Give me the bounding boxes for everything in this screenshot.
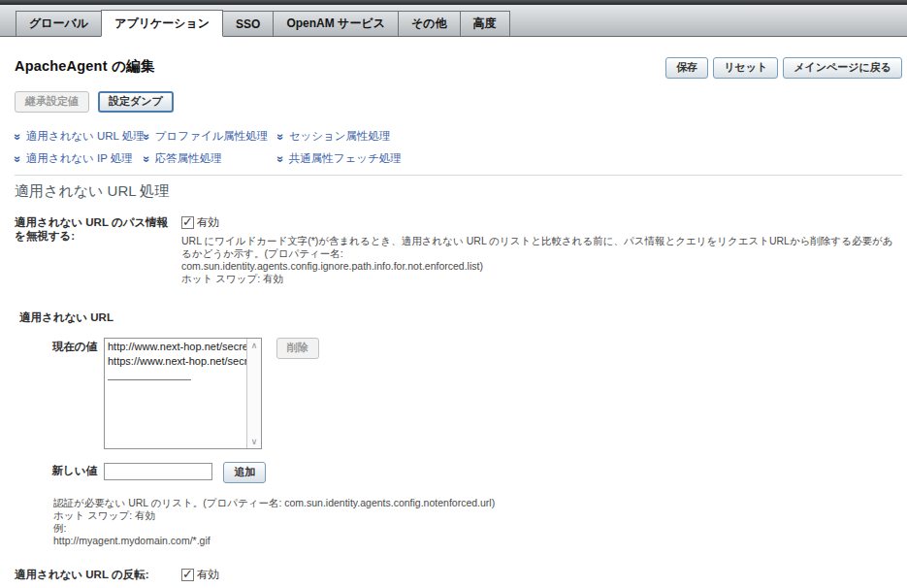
jump-link-label: 適用されない URL 処理 bbox=[26, 129, 145, 144]
field-invert-not-enforced-url: 適用されない URL の反転: 有効 適用されないリストの URL のみが適用さ… bbox=[15, 568, 902, 588]
scroll-up-arrow-icon[interactable]: ∧ bbox=[251, 339, 258, 352]
listbox-item[interactable]: https://www.next-hop.net/secret/ bbox=[108, 354, 246, 369]
jump-link-profile-attributes[interactable]: »プロファイル属性処理 bbox=[144, 129, 277, 144]
new-value-label: 新しい値 bbox=[15, 462, 97, 483]
toolbar: 継承設定値 設定ダンプ bbox=[15, 91, 902, 113]
double-down-chevron-icon: » bbox=[275, 133, 285, 140]
double-down-chevron-icon: » bbox=[142, 133, 151, 140]
tab-miscellaneous[interactable]: その他 bbox=[398, 11, 461, 36]
tab-application[interactable]: アプリケーション bbox=[101, 10, 223, 37]
double-down-chevron-icon: » bbox=[142, 155, 151, 162]
jump-link-not-enforced-url[interactable]: »適用されない URL 処理 bbox=[15, 129, 144, 144]
inherit-value-settings-button: 継承設定値 bbox=[15, 91, 89, 113]
field-description: URL にワイルドカード文字(*)が含まれるとき、適用されない URL のリスト… bbox=[181, 235, 902, 285]
jump-link-response-attributes[interactable]: »応答属性処理 bbox=[144, 151, 277, 166]
jump-link-label: 応答属性処理 bbox=[155, 151, 222, 166]
listbox-item[interactable]: http://www.next-hop.net/secret/ bbox=[108, 340, 246, 354]
checkbox-label: 有効 bbox=[197, 568, 219, 582]
configuration-dump-button[interactable]: 設定ダンプ bbox=[98, 91, 174, 113]
section-jump-links: »適用されない URL 処理 »プロファイル属性処理 »セッション属性処理 »適… bbox=[15, 129, 480, 166]
jump-link-label: 共通属性フェッチ処理 bbox=[289, 151, 402, 166]
section-divider bbox=[15, 175, 902, 176]
jump-link-label: セッション属性処理 bbox=[289, 129, 391, 144]
field-label: 適用されない URL のパス情報を無視する: bbox=[15, 215, 181, 285]
tab-openam-services[interactable]: OpenAM サービス bbox=[273, 11, 399, 36]
save-button[interactable]: 保存 bbox=[665, 57, 708, 79]
jump-link-label: 適用されない IP 処理 bbox=[26, 151, 133, 166]
new-value-input[interactable] bbox=[104, 463, 212, 480]
tab-sso[interactable]: SSO bbox=[222, 11, 274, 36]
not-enforced-url-listbox[interactable]: http://www.next-hop.net/secret/ https://… bbox=[104, 338, 262, 449]
tab-bar: グローバル アプリケーション SSO OpenAM サービス その他 高度 bbox=[0, 5, 907, 37]
field-ignore-path-info: 適用されない URL のパス情報を無視する: 有効 URL にワイルドカード文字… bbox=[15, 215, 902, 285]
listbox-scrollbar[interactable]: ∧ ∨ bbox=[246, 339, 261, 448]
header-actions: 保存 リセット メインページに戻る bbox=[665, 57, 902, 79]
add-button[interactable]: 追加 bbox=[223, 462, 266, 483]
checkbox-label: 有効 bbox=[197, 215, 219, 230]
double-down-chevron-icon: » bbox=[13, 155, 22, 162]
current-values-label: 現在の値 bbox=[15, 338, 97, 449]
section-title: 適用されない URL 処理 bbox=[15, 182, 902, 201]
listbox-separator-item[interactable] bbox=[108, 369, 246, 383]
current-values-row: 現在の値 http://www.next-hop.net/secret/ htt… bbox=[15, 338, 902, 449]
jump-link-session-attributes[interactable]: »セッション属性処理 bbox=[277, 129, 480, 144]
double-down-chevron-icon: » bbox=[13, 133, 22, 140]
delete-button: 削除 bbox=[276, 338, 319, 359]
not-enforced-url-description: 認証が必要ない URL のリスト。(プロパティー名: com.sun.ident… bbox=[53, 497, 902, 547]
jump-link-not-enforced-ip[interactable]: »適用されない IP 処理 bbox=[15, 151, 144, 166]
back-to-main-page-button[interactable]: メインページに戻る bbox=[783, 57, 902, 79]
field-label: 適用されない URL の反転: bbox=[15, 568, 181, 588]
page-title: ApacheAgent の編集 bbox=[15, 57, 154, 76]
ignore-path-info-checkbox[interactable] bbox=[181, 216, 194, 229]
scroll-down-arrow-icon[interactable]: ∨ bbox=[251, 435, 258, 448]
double-down-chevron-icon: » bbox=[275, 155, 285, 162]
group-label-not-enforced-url: 適用されない URL bbox=[19, 310, 902, 325]
page-content: ApacheAgent の編集 保存 リセット メインページに戻る 継承設定値 … bbox=[0, 57, 907, 588]
jump-link-label: プロファイル属性処理 bbox=[155, 129, 269, 144]
new-value-row: 新しい値 追加 bbox=[15, 462, 902, 483]
tab-global[interactable]: グローバル bbox=[16, 11, 102, 36]
tab-advanced[interactable]: 高度 bbox=[460, 11, 510, 36]
reset-button[interactable]: リセット bbox=[713, 57, 778, 79]
invert-checkbox[interactable] bbox=[181, 569, 194, 581]
jump-link-common-attribute-fetch[interactable]: »共通属性フェッチ処理 bbox=[277, 151, 480, 166]
